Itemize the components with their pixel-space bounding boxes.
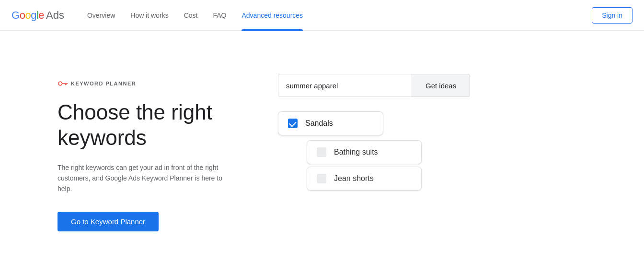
main-heading: Choose the right keywords (58, 100, 230, 151)
section-label-text: KEYWORD PLANNER (71, 81, 136, 86)
jean-shorts-label: Jean shorts (334, 174, 374, 183)
sign-in-button[interactable]: Sign in (592, 7, 632, 24)
key-icon (58, 79, 67, 88)
nav-overview[interactable]: Overview (80, 0, 123, 31)
bathing-suits-label: Bathing suits (334, 148, 378, 157)
logo-google-text: Google (12, 9, 44, 22)
description-text: The right keywords can get your ad in fr… (58, 162, 230, 194)
search-row: Get ideas (278, 74, 586, 97)
heading-line2: keywords (58, 126, 147, 149)
get-ideas-button[interactable]: Get ideas (412, 74, 470, 97)
suggestion-sandals[interactable]: Sandals (278, 111, 383, 135)
main-nav: Overview How it works Cost FAQ Advanced … (80, 0, 592, 31)
svg-line-1 (62, 81, 68, 86)
suggestions-container: Sandals Bathing suits Jean shorts (278, 111, 586, 135)
demo-ui: Get ideas Sandals Bathing suits Jean sho… (278, 69, 586, 252)
suggestion-bathing-suits[interactable]: Bathing suits (307, 140, 422, 164)
cta-goto-keyword-planner-button[interactable]: Go to Keyword Planner (58, 212, 159, 231)
nav-how-it-works[interactable]: How it works (123, 0, 176, 31)
jean-shorts-checkbox[interactable] (317, 174, 326, 183)
nav-advanced-resources[interactable]: Advanced resources (234, 0, 310, 31)
keyword-search-input[interactable] (278, 74, 412, 97)
sandals-label: Sandals (305, 119, 333, 128)
logo[interactable]: Google Ads (12, 9, 64, 22)
nav-faq[interactable]: FAQ (205, 0, 234, 31)
left-content: KEYWORD PLANNER Choose the right keyword… (58, 69, 230, 231)
section-label: KEYWORD PLANNER (58, 79, 230, 88)
header: Google Ads Overview How it works Cost FA… (0, 0, 644, 31)
heading-line1: Choose the right (58, 100, 212, 124)
suggestion-jean-shorts[interactable]: Jean shorts (307, 167, 422, 191)
nav-cost[interactable]: Cost (176, 0, 206, 31)
logo-ads-text: Ads (46, 9, 64, 22)
bathing-suits-checkbox[interactable] (317, 147, 326, 157)
svg-line-3 (65, 84, 66, 85)
sandals-checkbox[interactable] (288, 119, 298, 128)
main-content: KEYWORD PLANNER Choose the right keyword… (0, 31, 644, 253)
